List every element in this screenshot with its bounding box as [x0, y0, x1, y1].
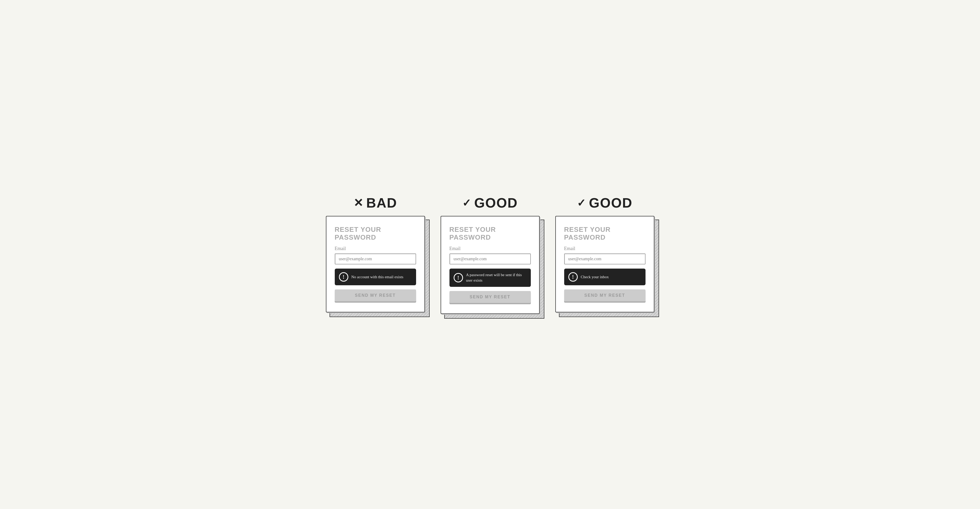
- email-input-bad[interactable]: [335, 253, 416, 264]
- send-button-good1[interactable]: SEND MY RESET: [449, 291, 531, 303]
- email-label-good2: Email: [564, 246, 646, 251]
- bad-label: BAD: [366, 195, 397, 211]
- good1-label: GOOD: [474, 195, 518, 211]
- email-input-good1[interactable]: [449, 253, 531, 264]
- message-text-good1: A password reset will be sent if this us…: [466, 272, 527, 283]
- message-banner-bad: ! No account with this email exists: [335, 269, 416, 285]
- email-input-good2[interactable]: [564, 253, 646, 264]
- exclamation-icon-good1: !: [453, 273, 463, 282]
- card-title-good1: RESET YOUR PASSWORD: [449, 226, 531, 242]
- header-good1: ✓ GOOD: [462, 195, 518, 211]
- email-label-bad: Email: [335, 246, 416, 251]
- good1-icon: ✓: [462, 197, 472, 209]
- card-good1: RESET YOUR PASSWORD Email ! A password r…: [441, 216, 540, 314]
- card-face-bad: RESET YOUR PASSWORD Email ! No account w…: [326, 216, 425, 313]
- card-title-bad: RESET YOUR PASSWORD: [335, 226, 416, 242]
- send-button-bad[interactable]: SEND MY RESET: [335, 289, 416, 301]
- column-good1: ✓ GOOD RESET YOUR PASSWORD Email ! A pas…: [441, 195, 540, 314]
- column-good2: ✓ GOOD RESET YOUR PASSWORD Email ! Check…: [555, 195, 654, 313]
- email-label-good1: Email: [449, 246, 531, 251]
- good2-label: GOOD: [589, 195, 633, 211]
- good2-icon: ✓: [577, 197, 586, 209]
- card-face-good2: RESET YOUR PASSWORD Email ! Check your i…: [555, 216, 654, 313]
- exclamation-icon-bad: !: [339, 272, 348, 282]
- exclamation-icon-good2: !: [568, 272, 578, 282]
- bad-icon: ✕: [353, 196, 364, 209]
- message-banner-good1: ! A password reset will be sent if this …: [449, 269, 531, 287]
- card-bad: RESET YOUR PASSWORD Email ! No account w…: [326, 216, 425, 313]
- header-bad: ✕ BAD: [353, 195, 397, 211]
- send-button-good2[interactable]: SEND MY RESET: [564, 289, 646, 301]
- card-good2: RESET YOUR PASSWORD Email ! Check your i…: [555, 216, 654, 313]
- header-good2: ✓ GOOD: [577, 195, 633, 211]
- column-bad: ✕ BAD RESET YOUR PASSWORD Email ! No acc…: [326, 195, 425, 313]
- message-text-bad: No account with this email exists: [352, 274, 404, 280]
- card-face-good1: RESET YOUR PASSWORD Email ! A password r…: [441, 216, 540, 314]
- card-title-good2: RESET YOUR PASSWORD: [564, 226, 646, 242]
- page-container: ✕ BAD RESET YOUR PASSWORD Email ! No acc…: [308, 195, 673, 314]
- message-banner-good2: ! Check your inbox: [564, 269, 646, 285]
- message-text-good2: Check your inbox: [581, 274, 609, 280]
